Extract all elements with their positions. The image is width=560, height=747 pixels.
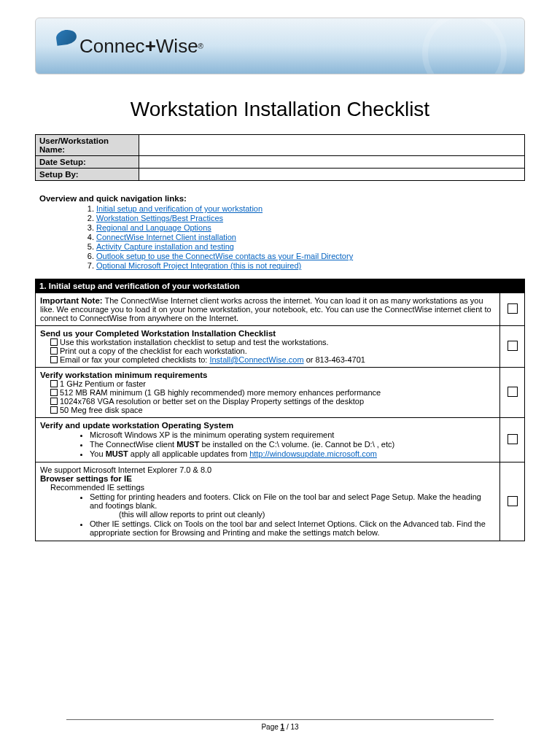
send-title: Send us your Completed Workstation Insta… bbox=[40, 329, 495, 338]
row-check-cell bbox=[500, 418, 525, 462]
checkbox-icon[interactable] bbox=[508, 387, 518, 397]
os-bullet: The ConnectWise client MUST be installed… bbox=[90, 440, 495, 449]
row-check-cell bbox=[500, 462, 525, 541]
row-body: Verify and update workstation Operating … bbox=[36, 418, 500, 462]
os-title: Verify and update workstation Operating … bbox=[40, 421, 495, 430]
page-title: Workstation Installation Checklist bbox=[35, 98, 525, 121]
nav-link-2[interactable]: Workstation Settings/Best Practices bbox=[96, 214, 223, 222]
os-bullet: Microsoft Windows XP is the minimum oper… bbox=[90, 430, 495, 439]
brand-text-post: Wise bbox=[156, 35, 198, 58]
brand-tm: ® bbox=[198, 42, 203, 50]
overview-title: Overview and quick navigation links: bbox=[39, 194, 525, 203]
nav-item: Optional Microsoft Project Integration (… bbox=[96, 261, 525, 270]
meta-label: Date Setup: bbox=[36, 156, 139, 169]
row-body: We support Microsoft Internet Explorer 7… bbox=[36, 462, 500, 541]
send-item: Use this workstation installation checkl… bbox=[60, 338, 329, 347]
ie-bullet-note: (this will allow reports to print out cl… bbox=[119, 510, 495, 519]
install-email-link[interactable]: Install@ConnectWise.com bbox=[209, 355, 303, 364]
inline-checkbox-icon[interactable] bbox=[50, 338, 58, 346]
table-row: Important Note: The ConnectWise Internet… bbox=[36, 293, 525, 326]
nav-list: Initial setup and verification of your w… bbox=[67, 204, 525, 270]
req-item: 512 MB RAM minimum (1 GB highly recommen… bbox=[60, 388, 381, 397]
inline-checkbox-icon[interactable] bbox=[50, 389, 58, 396]
ie-title: Browser settings for IE bbox=[40, 474, 495, 483]
meta-value bbox=[139, 169, 525, 181]
footer-total: 13 bbox=[290, 723, 298, 731]
ie-bullet: Other IE settings. Click on Tools on the… bbox=[90, 519, 495, 537]
req-item: 50 Meg free disk space bbox=[60, 406, 143, 414]
brand-icon bbox=[55, 28, 78, 46]
header-banner: Connec+Wise® bbox=[35, 18, 525, 74]
brand-text-pre: Connec bbox=[79, 35, 145, 58]
checkbox-icon[interactable] bbox=[508, 434, 518, 444]
ie-subtitle: Recommended IE settings bbox=[50, 483, 495, 492]
row-body: Important Note: The ConnectWise Internet… bbox=[36, 293, 500, 326]
os-bullet: You MUST apply all applicable updates fr… bbox=[90, 449, 495, 458]
meta-row-user: User/Workstation Name: bbox=[36, 135, 525, 156]
nav-item: ConnectWise Internet Client installation bbox=[96, 233, 525, 241]
table-row: Verify and update workstation Operating … bbox=[36, 418, 525, 462]
send-item: Print out a copy of the checklist for ea… bbox=[60, 347, 247, 355]
nav-item: Workstation Settings/Best Practices bbox=[96, 214, 525, 222]
nav-item: Initial setup and verification of your w… bbox=[96, 204, 525, 213]
send-item-pre: Email or fax your completed checklists t… bbox=[60, 355, 209, 364]
checkbox-icon[interactable] bbox=[508, 341, 518, 351]
footer-label: Page bbox=[261, 723, 280, 731]
req-item: 1 GHz Pentium or faster bbox=[60, 379, 146, 388]
windows-update-link[interactable]: http://windowsupdate.microsoft.com bbox=[249, 449, 377, 458]
meta-row-date: Date Setup: bbox=[36, 156, 525, 169]
nav-item: Outlook setup to use the ConnectWise con… bbox=[96, 252, 525, 260]
row-check-cell bbox=[500, 293, 525, 326]
meta-value bbox=[139, 156, 525, 169]
nav-link-6[interactable]: Outlook setup to use the ConnectWise con… bbox=[96, 252, 353, 260]
meta-row-by: Setup By: bbox=[36, 169, 525, 181]
inline-checkbox-icon[interactable] bbox=[50, 398, 58, 405]
nav-link-7[interactable]: Optional Microsoft Project Integration (… bbox=[96, 261, 301, 270]
ie-support-text: We support Microsoft Internet Explorer 7… bbox=[40, 465, 495, 474]
meta-label: Setup By: bbox=[36, 169, 139, 181]
ie-bullet: Setting for printing headers and footers… bbox=[90, 492, 495, 519]
nav-item: Regional and Language Options bbox=[96, 223, 525, 232]
section-1-table: 1. Initial setup and verification of you… bbox=[35, 279, 525, 541]
inline-checkbox-icon[interactable] bbox=[50, 406, 58, 414]
nav-item: Activity Capture installation and testin… bbox=[96, 242, 525, 251]
meta-table: User/Workstation Name: Date Setup: Setup… bbox=[35, 134, 525, 181]
overview-block: Overview and quick navigation links: Ini… bbox=[39, 194, 525, 270]
nav-link-3[interactable]: Regional and Language Options bbox=[96, 223, 211, 232]
send-item-post: or 813-463-4701 bbox=[304, 355, 365, 364]
table-row: Verify workstation minimum requirements … bbox=[36, 368, 525, 418]
inline-checkbox-icon[interactable] bbox=[50, 356, 58, 363]
important-note-label: Important Note: bbox=[40, 296, 103, 305]
checkbox-icon[interactable] bbox=[508, 303, 518, 314]
brand-text-plus: + bbox=[145, 35, 156, 58]
banner-watermark-icon bbox=[422, 18, 495, 74]
inline-checkbox-icon[interactable] bbox=[50, 380, 58, 387]
req-item: 747x560 VGA resolution or better set on… bbox=[60, 397, 364, 406]
nav-link-1[interactable]: Initial setup and verification of your w… bbox=[96, 204, 262, 213]
page-footer: Page 1 / 13 bbox=[0, 719, 560, 731]
meta-value bbox=[139, 135, 525, 156]
nav-link-5[interactable]: Activity Capture installation and testin… bbox=[96, 242, 234, 251]
nav-link-4[interactable]: ConnectWise Internet Client installation bbox=[96, 233, 236, 241]
brand-logo: Connec+Wise® bbox=[56, 35, 203, 58]
table-row: Send us your Completed Workstation Insta… bbox=[36, 326, 525, 368]
section-head: 1. Initial setup and verification of you… bbox=[36, 279, 525, 293]
meta-label: User/Workstation Name: bbox=[36, 135, 139, 156]
inline-checkbox-icon[interactable] bbox=[50, 347, 58, 355]
row-body: Send us your Completed Workstation Insta… bbox=[36, 326, 500, 368]
row-body: Verify workstation minimum requirements … bbox=[36, 368, 500, 418]
req-title: Verify workstation minimum requirements bbox=[40, 371, 495, 379]
row-check-cell bbox=[500, 326, 525, 368]
table-row: We support Microsoft Internet Explorer 7… bbox=[36, 462, 525, 541]
row-check-cell bbox=[500, 368, 525, 418]
important-note-text: The ConnectWise Internet client works ac… bbox=[40, 296, 491, 322]
checkbox-icon[interactable] bbox=[508, 496, 518, 506]
